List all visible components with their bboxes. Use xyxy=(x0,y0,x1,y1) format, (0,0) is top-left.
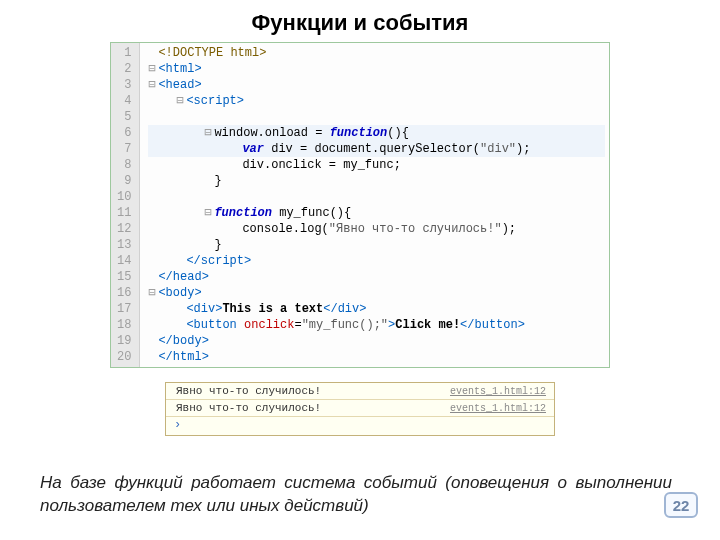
line-number-gutter: 1234567891011121314151617181920 xyxy=(111,43,140,367)
console-row: Явно что-то случилось! events_1.html:12 xyxy=(166,400,554,417)
page-number-badge: 22 xyxy=(664,492,698,518)
console-message: Явно что-то случилось! xyxy=(176,402,321,414)
code-content: <!DOCTYPE html> ⊟<html> ⊟<head> ⊟<script… xyxy=(140,43,609,367)
console-source-link[interactable]: events_1.html:12 xyxy=(450,386,546,397)
console-row: Явно что-то случилось! events_1.html:12 xyxy=(166,383,554,400)
console-source-link[interactable]: events_1.html:12 xyxy=(450,403,546,414)
devtools-console: Явно что-то случилось! events_1.html:12 … xyxy=(165,382,555,436)
slide-caption: На базе функций работает система событий… xyxy=(40,472,672,518)
console-input-prompt[interactable] xyxy=(166,417,554,435)
slide-title: Функции и события xyxy=(0,10,720,36)
code-editor: 1234567891011121314151617181920 <!DOCTYP… xyxy=(110,42,610,368)
console-message: Явно что-то случилось! xyxy=(176,385,321,397)
code-token: <!DOCTYPE html> xyxy=(158,46,266,60)
